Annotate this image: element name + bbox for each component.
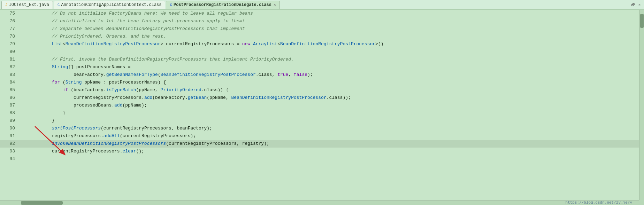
line-num-86: 86	[0, 94, 19, 102]
table-row: 88 }	[0, 109, 639, 117]
line-num-90: 90	[0, 125, 19, 132]
tab-postprocessor-icon: C	[170, 3, 172, 7]
line-content-83: beanFactory.getBeanNamesForType(BeanDefi…	[19, 71, 639, 79]
table-row: 79 List<BeanDefinitionRegistryPostProces…	[0, 40, 639, 48]
table-row: 92 invokeBeanDefinitionRegistryPostProce…	[0, 140, 639, 148]
line-num-81: 81	[0, 56, 19, 63]
table-row: 77 // Separate between BeanDefinitionReg…	[0, 25, 639, 33]
window-controls: 🗗 ✕	[629, 0, 644, 10]
line-num-94: 94	[0, 155, 19, 163]
line-content-84: for (String ppName : postProcessorNames)…	[19, 79, 639, 86]
line-num-75: 75	[0, 10, 19, 17]
line-content-88: }	[19, 109, 639, 117]
line-content-78: // PriorityOrdered, Ordered, and the res…	[19, 33, 639, 40]
line-content-87: processedBeans.add(ppName);	[19, 102, 639, 109]
line-content-75: // Do not initialize FactoryBeans here: …	[19, 10, 639, 17]
tab-annotation[interactable]: C AnnotationConfigApplicationContext.cla…	[54, 1, 166, 9]
code-container[interactable]: 75 // Do not initialize FactoryBeans her…	[0, 10, 639, 200]
line-content-91: registryProcessors.addAll(currentRegistr…	[19, 132, 639, 140]
tab-ioc[interactable]: J IOCTest_Ext.java	[1, 1, 53, 9]
line-num-76: 76	[0, 17, 19, 25]
line-num-88: 88	[0, 109, 19, 117]
table-row: 75 // Do not initialize FactoryBeans her…	[0, 10, 639, 17]
table-row: 89 }	[0, 117, 639, 125]
table-row: 86 currentRegistryProcessors.add(beanFac…	[0, 94, 639, 102]
line-num-78: 78	[0, 33, 19, 40]
tab-ioc-icon: J	[5, 3, 8, 7]
watermark-link: https://blog.csdn.net/zy_jery	[566, 200, 632, 205]
line-content-89: }	[19, 117, 639, 125]
table-row: 80	[0, 48, 639, 56]
editor-area: 75 // Do not initialize FactoryBeans her…	[0, 10, 644, 200]
scrollbar-right[interactable]	[639, 10, 644, 200]
scrollbar-bottom-thumb[interactable]	[21, 201, 63, 205]
table-row: 84 for (String ppName : postProcessorNam…	[0, 79, 639, 86]
line-content-77: // Separate between BeanDefinitionRegist…	[19, 25, 639, 33]
line-content-94	[19, 155, 639, 163]
tab-annotation-icon: C	[58, 3, 60, 7]
bottom-bar: https://blog.csdn.net/zy_jery	[0, 200, 644, 205]
line-num-91: 91	[0, 132, 19, 140]
tab-ioc-label: IOCTest_Ext.java	[9, 2, 49, 7]
scrollbar-thumb[interactable]	[640, 14, 644, 28]
line-content-93: currentRegistryProcessors.clear();	[19, 148, 639, 155]
line-content-82: String[] postProcessorNames =	[19, 63, 639, 71]
line-num-82: 82	[0, 63, 19, 71]
line-num-89: 89	[0, 117, 19, 125]
tab-postprocessor-label: PostProcessorRegistrationDelegate.class	[174, 2, 271, 7]
line-num-80: 80	[0, 48, 19, 56]
line-num-85: 85	[0, 86, 19, 94]
table-row: 83 beanFactory.getBeanNamesForType(BeanD…	[0, 71, 639, 79]
table-row: 78 // PriorityOrdered, Ordered, and the …	[0, 33, 639, 40]
editor-window: J IOCTest_Ext.java C AnnotationConfigApp…	[0, 0, 644, 205]
table-row: 81 // First, invoke the BeanDefinitionRe…	[0, 56, 639, 63]
table-row: 94	[0, 155, 639, 163]
code-lines: 75 // Do not initialize FactoryBeans her…	[0, 10, 639, 163]
table-row: 85 if (beanFactory.isTypeMatch(ppName, P…	[0, 86, 639, 94]
line-content-85: if (beanFactory.isTypeMatch(ppName, Prio…	[19, 86, 639, 94]
tab-postprocessor[interactable]: C PostProcessorRegistrationDelegate.clas…	[166, 1, 279, 9]
line-content-80	[19, 48, 639, 56]
line-num-79: 79	[0, 40, 19, 48]
tab-close-icon[interactable]: ✕	[274, 2, 276, 7]
line-num-84: 84	[0, 79, 19, 86]
line-content-79: List<BeanDefinitionRegistryPostProcessor…	[19, 40, 639, 48]
table-row: 82 String[] postProcessorNames =	[0, 63, 639, 71]
table-row: 91 registryProcessors.addAll(currentRegi…	[0, 132, 639, 140]
tab-annotation-label: AnnotationConfigApplicationContext.class	[61, 2, 161, 7]
line-num-92: 92	[0, 140, 19, 148]
line-num-77: 77	[0, 25, 19, 33]
line-num-93: 93	[0, 148, 19, 155]
line-num-87: 87	[0, 102, 19, 109]
table-row: 76 // uninitialized to let the bean fact…	[0, 17, 639, 25]
restore-button[interactable]: 🗗	[630, 2, 636, 8]
line-content-76: // uninitialized to let the bean factory…	[19, 17, 639, 25]
scrollbar-bottom[interactable]: https://blog.csdn.net/zy_jery	[0, 200, 639, 205]
tab-bar: J IOCTest_Ext.java C AnnotationConfigApp…	[0, 0, 644, 10]
scrollbar-corner	[639, 200, 644, 205]
table-row: 90 sortPostProcessors(currentRegistryPro…	[0, 125, 639, 132]
table-row: 93 currentRegistryProcessors.clear();	[0, 148, 639, 155]
line-content-92: invokeBeanDefinitionRegistryPostProcesso…	[19, 140, 639, 148]
line-content-86: currentRegistryProcessors.add(beanFactor…	[19, 94, 639, 102]
close-button[interactable]: ✕	[637, 2, 642, 8]
line-num-83: 83	[0, 71, 19, 79]
table-row: 87 processedBeans.add(ppName);	[0, 102, 639, 109]
line-content-81: // First, invoke the BeanDefinitionRegis…	[19, 56, 639, 63]
line-content-90: sortPostProcessors(currentRegistryProces…	[19, 125, 639, 132]
